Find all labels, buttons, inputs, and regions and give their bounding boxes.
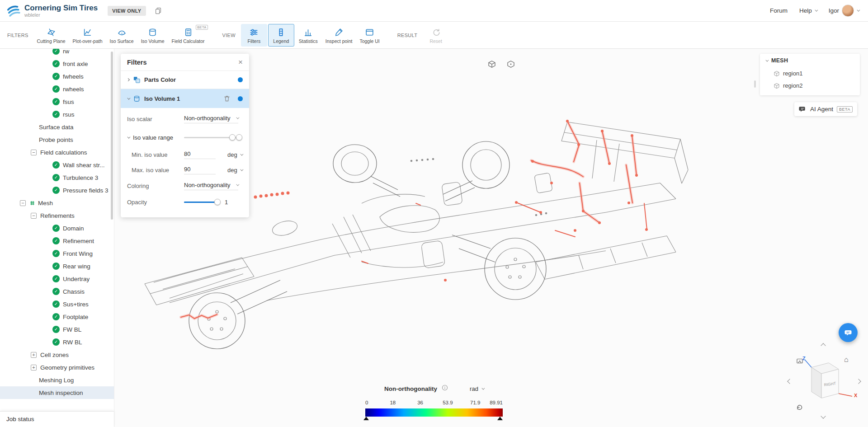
tree-item[interactable]: RW BL (0, 336, 114, 348)
tree-item-surface-data[interactable]: Surface data (0, 121, 114, 133)
info-icon[interactable] (442, 385, 448, 393)
collapse-icon[interactable] (20, 200, 26, 206)
rotate-down-chevron[interactable] (821, 414, 826, 419)
statistics-button[interactable]: Statistics (295, 24, 321, 47)
tree-item[interactable]: Wall shear str... (0, 159, 114, 171)
legend-min-marker[interactable] (363, 417, 369, 420)
forum-link[interactable]: Forum (770, 7, 788, 14)
visibility-dot[interactable] (238, 77, 243, 82)
iso-volume-1-row[interactable]: Iso Volume 1 (121, 89, 249, 108)
iso-scalar-row: Iso scalar Non-orthogonality (121, 110, 249, 128)
filters-panel: Filters × Parts Color Iso Volume 1 Iso (121, 54, 249, 217)
tree-item-cell-zones[interactable]: Cell zones (0, 348, 114, 361)
inspect-point-button[interactable]: Inspect point (322, 24, 356, 47)
tree-item[interactable]: Sus+tires (0, 298, 114, 310)
toggle-ui-button[interactable]: Toggle UI (356, 24, 382, 47)
job-status-bar[interactable]: Job status (0, 411, 114, 427)
app-logo-icon (6, 4, 21, 18)
trash-icon[interactable] (223, 95, 231, 102)
chat-bubble-button[interactable] (839, 323, 858, 342)
tree-item-mesh[interactable]: Mesh (0, 197, 114, 209)
tree-item[interactable]: Front Wing (0, 247, 114, 260)
iso-range-slider[interactable] (184, 137, 239, 138)
range-handle-min[interactable] (229, 134, 236, 141)
help-menu[interactable]: Help (799, 7, 817, 14)
collapse-icon[interactable] (31, 150, 37, 155)
cutting-plane-button[interactable]: Cutting Plane (34, 24, 69, 47)
parts-color-row[interactable]: Parts Color (121, 71, 249, 89)
collapse-icon[interactable] (31, 213, 37, 219)
rotate-up-chevron[interactable] (821, 344, 826, 348)
iso-volume-button[interactable]: Iso Volume (138, 24, 168, 47)
legend-unit-select[interactable]: rad (470, 385, 484, 392)
tree-item-refinements[interactable]: Refinements (0, 209, 114, 222)
tree-item[interactable]: rsus (0, 108, 114, 121)
iso-surface-button[interactable]: Iso Surface (107, 24, 137, 47)
mesh-region-item[interactable]: region1 (760, 67, 860, 80)
viewport-scrollbar[interactable] (754, 80, 756, 88)
expand-icon[interactable] (31, 365, 37, 371)
parts-color-icon (133, 76, 141, 84)
min-unit-select[interactable]: deg (227, 151, 242, 158)
max-iso-input[interactable] (184, 166, 216, 174)
chevron-down-icon (236, 183, 239, 186)
expand-icon[interactable] (31, 352, 37, 358)
toolbar-group-view: VIEW (222, 33, 236, 38)
legend-button[interactable]: Legend (268, 24, 294, 47)
cutting-plane-icon (47, 28, 56, 37)
opacity-handle[interactable] (214, 199, 221, 205)
avatar[interactable] (842, 5, 854, 17)
max-unit-select[interactable]: deg (227, 167, 242, 174)
user-menu[interactable]: Igor (829, 5, 859, 17)
sidebar-scrollbar[interactable] (111, 52, 113, 220)
rotate-view-icon[interactable] (796, 404, 803, 413)
iso-volume-icon (148, 28, 157, 37)
range-handle-max[interactable] (236, 134, 242, 141)
rotate-right-chevron[interactable] (857, 380, 861, 384)
tree-item[interactable]: FW BL (0, 323, 114, 336)
tree-item[interactable]: Turbulence 3 (0, 171, 114, 184)
tree-item[interactable]: fwheels (0, 70, 114, 83)
projection-cube-icon[interactable] (506, 60, 515, 69)
beta-badge: BETA (196, 25, 208, 30)
tree-item[interactable]: fsus (0, 95, 114, 108)
tree-item[interactable]: Domain (0, 222, 114, 235)
tree-item-meshing-log[interactable]: Meshing Log (0, 374, 114, 386)
visibility-dot[interactable] (238, 96, 243, 101)
legend-colorbar[interactable] (365, 408, 503, 417)
tree-item-geometry-primitives[interactable]: Geometry primitives (0, 361, 114, 374)
tree-item[interactable]: Pressure fields 3 (0, 184, 114, 197)
min-iso-input[interactable] (184, 150, 216, 159)
tree-item[interactable]: Undertray (0, 272, 114, 285)
chevron-right-icon[interactable] (127, 78, 130, 81)
view-cube[interactable]: RIGHT (783, 341, 864, 422)
close-icon[interactable]: × (238, 58, 243, 66)
iso-scalar-select[interactable]: Non-orthogonality (184, 115, 238, 123)
field-calculator-button[interactable]: BETA Field Calculator (169, 24, 208, 47)
filters-button[interactable]: Filters (241, 24, 267, 47)
mesh-panel-header[interactable]: MESH (760, 54, 860, 67)
tree-item-field-calculations[interactable]: Field calculations (0, 146, 114, 159)
rotate-left-chevron[interactable] (788, 380, 793, 384)
tree-item[interactable]: Footplate (0, 310, 114, 323)
tree-item-mesh-inspection[interactable]: Mesh inspection (0, 386, 114, 399)
coloring-select[interactable]: Non-orthogonality (184, 182, 238, 190)
tree-item[interactable]: front axle (0, 57, 114, 70)
tree-item[interactable]: Chassis (0, 285, 114, 298)
tree-item[interactable]: Refinement (0, 235, 114, 247)
plot-over-path-button[interactable]: Plot-over-path (70, 24, 106, 47)
copy-icon[interactable] (154, 7, 162, 15)
home-view-icon[interactable]: ⌂ (844, 356, 849, 363)
fit-view-icon[interactable] (487, 60, 496, 69)
tree-item[interactable]: rwheels (0, 83, 114, 95)
iso-value-range-header[interactable]: Iso value range (127, 134, 173, 141)
mesh-region-item[interactable]: region2 (760, 80, 860, 92)
tree-item-probe-points[interactable]: Probe points (0, 133, 114, 146)
opacity-slider[interactable] (184, 202, 220, 203)
chevron-down-icon[interactable] (127, 96, 130, 99)
project-owner: wbleler (24, 12, 98, 18)
ai-agent-button[interactable]: AI Agent BETA (794, 102, 857, 116)
legend-max-marker[interactable] (497, 417, 503, 420)
tree-item[interactable]: Rear wing (0, 260, 114, 272)
plot-over-path-icon (83, 28, 92, 37)
